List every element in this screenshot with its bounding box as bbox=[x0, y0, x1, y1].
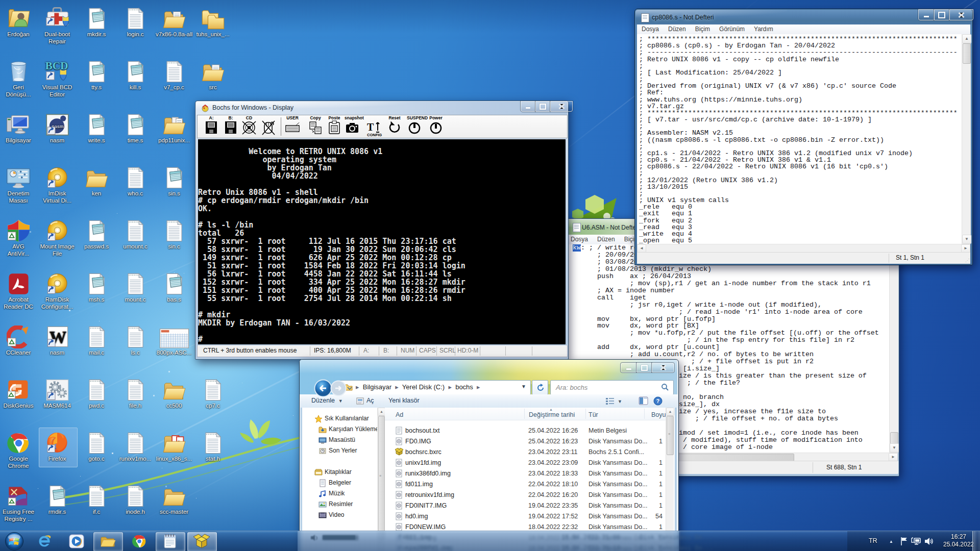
svg-text:▼: ▼ bbox=[618, 399, 622, 404]
svg-text:T: T bbox=[367, 121, 374, 133]
svg-text:?: ? bbox=[656, 398, 660, 404]
